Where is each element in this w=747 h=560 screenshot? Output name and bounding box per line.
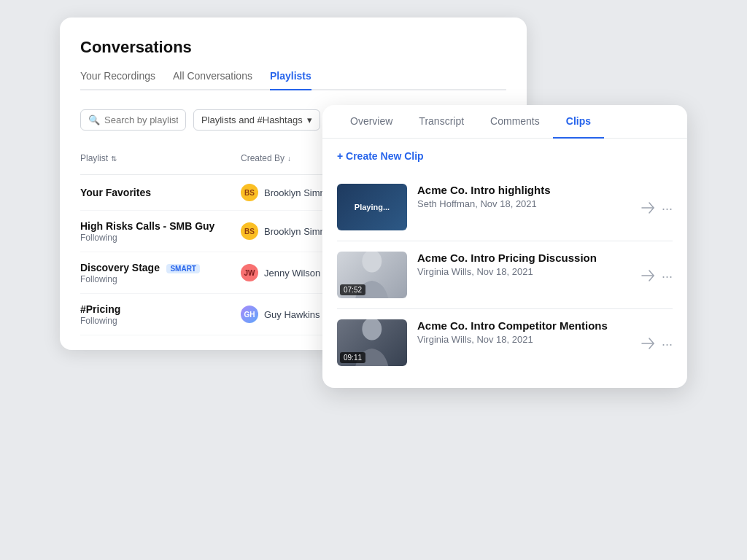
tab-overview[interactable]: Overview xyxy=(337,105,406,139)
clip-info-1: Acme Co. Intro highlights Seth Hoffman, … xyxy=(417,184,624,209)
playlist-name-cell: Your Favorites xyxy=(80,186,241,199)
clip-info-2: Acme Co. Intro Pricing Discussion Virgin… xyxy=(417,252,624,277)
search-icon: 🔍 xyxy=(88,114,100,125)
avatar: GH xyxy=(241,306,258,323)
filter-dropdown[interactable]: Playlists and #Hashtags ▾ xyxy=(193,109,320,131)
sort-icon-created-by: ↓ xyxy=(287,155,291,163)
avatar: BS xyxy=(241,222,258,240)
more-options-icon[interactable]: ··· xyxy=(662,201,673,217)
avatar: BS xyxy=(241,184,258,201)
more-options-icon[interactable]: ··· xyxy=(662,269,673,284)
tab-your-recordings[interactable]: Your Recordings xyxy=(80,70,155,90)
search-box[interactable]: 🔍 xyxy=(80,109,186,131)
filter-label: Playlists and #Hashtags xyxy=(201,114,303,125)
list-item: Playing... Acme Co. Intro highlights Set… xyxy=(337,174,673,241)
more-options-icon[interactable]: ··· xyxy=(662,337,673,352)
tab-playlists[interactable]: Playlists xyxy=(270,70,311,90)
clip-info-3: Acme Co. Intro Competitor Mentions Virgi… xyxy=(417,319,624,345)
share-icon[interactable] xyxy=(641,270,654,284)
tab-all-conversations[interactable]: All Conversations xyxy=(173,70,252,90)
list-item: 07:52 Acme Co. Intro Pricing Discussion … xyxy=(337,241,673,309)
clip-thumbnail-3[interactable]: 09:11 xyxy=(337,319,407,366)
sort-icon-playlist: ⇅ xyxy=(111,155,117,163)
tab-comments[interactable]: Comments xyxy=(477,105,553,139)
search-input[interactable] xyxy=(104,114,178,125)
share-icon[interactable] xyxy=(641,338,654,352)
clip-thumbnail-1[interactable]: Playing... xyxy=(337,184,407,230)
avatar: JW xyxy=(241,264,258,281)
playlist-name-cell: Discovery Stage SMART Following xyxy=(80,261,241,284)
clips-panel: Overview Transcript Comments Clips + Cre… xyxy=(322,105,687,388)
playlist-name-cell: #Pricing Following xyxy=(80,303,241,326)
svg-point-1 xyxy=(363,319,382,340)
page-title: Conversations xyxy=(80,38,506,57)
playlist-name-cell: High Risks Calls - SMB Guy Following xyxy=(80,219,241,243)
clips-body: + Create New Clip Playing... Acme Co. In… xyxy=(322,139,687,388)
share-icon[interactable] xyxy=(641,202,654,217)
tab-transcript[interactable]: Transcript xyxy=(406,105,477,139)
svg-point-0 xyxy=(363,252,382,272)
list-item: 09:11 Acme Co. Intro Competitor Mentions… xyxy=(337,309,673,376)
col-playlist[interactable]: Playlist ⇅ xyxy=(80,148,241,168)
conversations-tabs: Your Recordings All Conversations Playli… xyxy=(80,70,506,90)
chevron-down-icon: ▾ xyxy=(307,114,312,125)
create-new-clip-link[interactable]: + Create New Clip xyxy=(337,150,673,162)
clips-tabs: Overview Transcript Comments Clips xyxy=(322,105,687,139)
tab-clips[interactable]: Clips xyxy=(553,105,604,139)
clip-thumbnail-2[interactable]: 07:52 xyxy=(337,252,407,298)
